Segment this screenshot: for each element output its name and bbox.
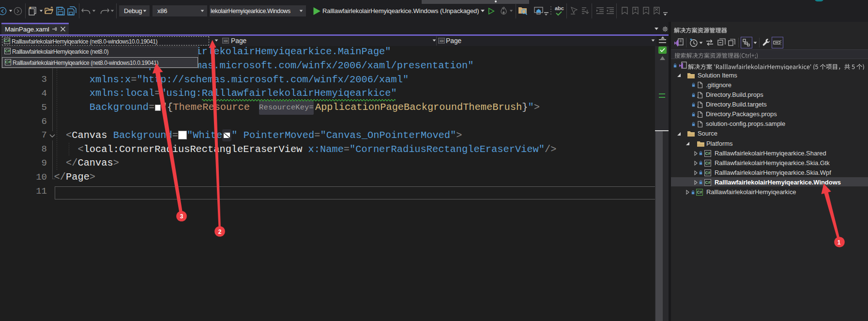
svg-text:3: 3: [180, 213, 183, 220]
svg-text:2: 2: [218, 229, 222, 235]
svg-text:1: 1: [838, 239, 841, 246]
